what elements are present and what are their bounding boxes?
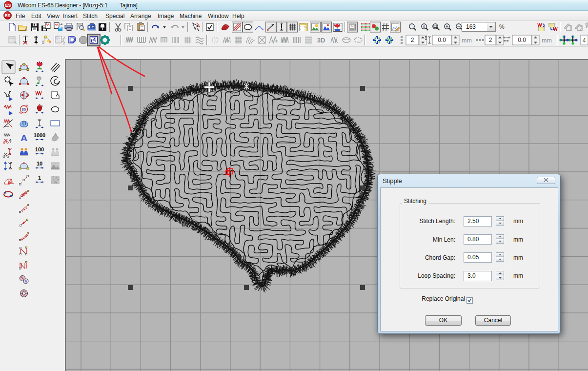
svg-text:1: 1	[569, 26, 572, 31]
svg-text:2: 2	[489, 37, 492, 43]
svg-text:mm: mm	[542, 37, 552, 44]
svg-text:D: D	[22, 106, 26, 112]
svg-text:1: 1	[38, 175, 41, 181]
svg-text:A: A	[20, 133, 27, 143]
svg-text:mm: mm	[462, 37, 472, 44]
svg-text:4: 4	[583, 37, 586, 44]
svg-text:Z: Z	[63, 41, 65, 45]
svg-text:2: 2	[411, 37, 414, 43]
svg-text:10: 10	[37, 161, 42, 166]
svg-text:3D: 3D	[317, 37, 325, 44]
svg-text:0.0: 0.0	[518, 37, 526, 43]
svg-text:0: 0	[423, 25, 425, 28]
svg-text:1000: 1000	[34, 132, 45, 138]
svg-text:2: 2	[580, 26, 583, 31]
svg-text:0.0: 0.0	[438, 37, 446, 43]
svg-text:100: 100	[35, 146, 44, 152]
